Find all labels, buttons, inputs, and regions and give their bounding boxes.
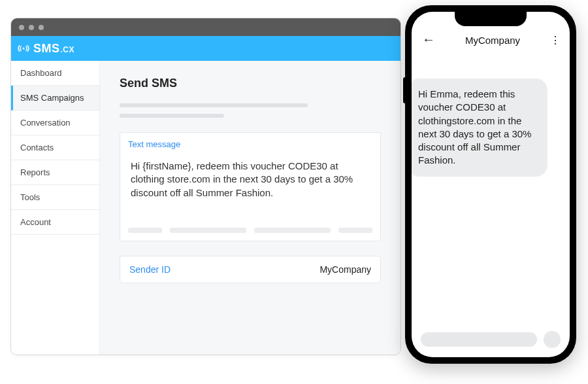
sidebar-item-label: Account	[20, 217, 51, 227]
sms-bubble: Hi Emma, redeem this voucher CODE30 at c…	[412, 79, 547, 177]
sidebar-item-account[interactable]: Account	[11, 210, 99, 235]
sender-id-label: Sender ID	[129, 264, 171, 275]
sidebar-item-sms-campaigns[interactable]: SMS Campaigns	[11, 86, 99, 111]
phone-header-title: MyCompany	[465, 35, 520, 46]
phone-notch	[455, 12, 527, 26]
sidebar-item-label: SMS Campaigns	[20, 93, 84, 103]
sidebar-item-label: Dashboard	[20, 68, 62, 78]
phone-screen: ← MyCompany ⋮ Hi Emma, redeem this vouch…	[412, 12, 570, 357]
placeholder-chip	[254, 228, 331, 233]
phone-body: Hi Emma, redeem this voucher CODE30 at c…	[412, 52, 570, 357]
placeholder-line	[120, 103, 308, 107]
window-dot-max[interactable]	[39, 25, 44, 30]
main-panel: Send SMS Text message Hi {firstName}, re…	[100, 61, 400, 355]
brand-bar: SMS.CX	[11, 36, 400, 61]
placeholder-chip	[170, 228, 246, 233]
sidebar-item-label: Tools	[20, 192, 40, 202]
text-message-label: Text message	[128, 139, 372, 149]
sender-id-row[interactable]: Sender ID MyCompany	[120, 256, 381, 283]
phone-compose-input[interactable]	[421, 332, 537, 347]
phone-send-button[interactable]	[544, 331, 561, 348]
sidebar-item-dashboard[interactable]: Dashboard	[11, 61, 99, 86]
window-dot-min[interactable]	[29, 25, 34, 30]
window-dot-close[interactable]	[19, 25, 24, 30]
app-window: SMS.CX Dashboard SMS Campaigns Conversat…	[10, 18, 401, 355]
phone-compose-bar	[421, 331, 561, 348]
sidebar-item-label: Reports	[20, 167, 50, 177]
brand-suffix: .CX	[61, 45, 75, 54]
svg-point-0	[23, 48, 25, 50]
kebab-menu-icon[interactable]: ⋮	[550, 35, 559, 46]
brand-name: SMS	[33, 42, 60, 56]
placeholder-chip	[128, 228, 162, 233]
sidebar-item-label: Conversation	[20, 118, 71, 128]
text-message-body[interactable]: Hi {firstName}, redeem this voucher CODE…	[128, 154, 372, 220]
sidebar: Dashboard SMS Campaigns Conversation Con…	[11, 61, 100, 355]
placeholder-line	[120, 114, 224, 118]
text-message-footer	[128, 228, 372, 233]
sidebar-item-reports[interactable]: Reports	[11, 160, 99, 185]
sidebar-item-contacts[interactable]: Contacts	[11, 135, 99, 160]
page-title: Send SMS	[120, 77, 381, 90]
back-arrow-icon[interactable]: ←	[422, 33, 435, 46]
text-message-card: Text message Hi {firstName}, redeem this…	[120, 132, 381, 241]
sidebar-item-label: Contacts	[20, 143, 54, 152]
phone-mockup: ← MyCompany ⋮ Hi Emma, redeem this vouch…	[405, 5, 576, 364]
sender-id-value: MyCompany	[319, 264, 371, 275]
brand-text: SMS.CX	[33, 42, 74, 56]
brand-logo-icon	[18, 43, 29, 54]
sidebar-item-tools[interactable]: Tools	[11, 185, 99, 210]
placeholder-chip	[338, 228, 372, 233]
window-titlebar	[11, 18, 400, 36]
sidebar-item-conversation[interactable]: Conversation	[11, 111, 99, 135]
